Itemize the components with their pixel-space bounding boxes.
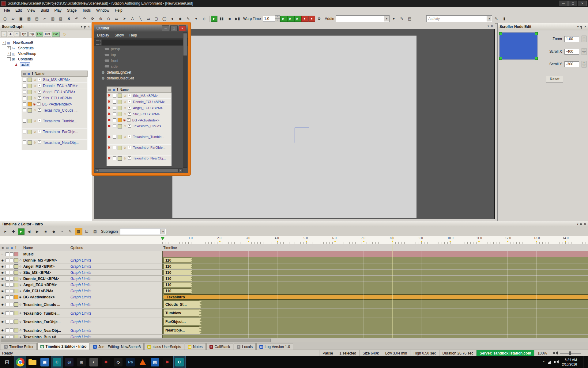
row-checkbox[interactable] <box>10 283 13 287</box>
toolbar-button[interactable]: ◯ <box>160 15 168 22</box>
menu-item[interactable]: Edit <box>13 7 24 13</box>
table-row[interactable]: ☺ + Stix_ECU <BPM> <box>21 95 88 101</box>
chevron-down-icon[interactable]: ▾ <box>577 223 579 226</box>
taskbar-app[interactable]: ▤ <box>149 356 161 368</box>
clock[interactable]: 8:24 AM 2/10/2016 <box>562 358 577 366</box>
row-lock-box[interactable] <box>6 259 9 262</box>
exclaim-icon[interactable]: ! <box>32 71 33 76</box>
scroll-right-icon[interactable]: ▶ <box>179 169 182 172</box>
menu-item[interactable]: Help <box>112 7 125 13</box>
timeline-track[interactable]: Clouds_St... <box>162 300 588 309</box>
toolbar-button[interactable]: A <box>129 15 136 22</box>
exclaim-icon[interactable]: ! <box>15 246 17 250</box>
row-checkbox[interactable] <box>23 140 26 144</box>
delete-x-icon[interactable]: ✖ <box>108 156 111 160</box>
row-color-swatch[interactable] <box>14 264 18 269</box>
row-color-swatch[interactable] <box>14 335 18 338</box>
ruler-keyframe-dot[interactable] <box>219 241 221 242</box>
visibility-eye-icon[interactable]: ◉ <box>1 329 4 332</box>
expand-plus-icon[interactable]: + <box>128 112 131 116</box>
scenegraph-tool-button[interactable]: ✚ <box>8 31 13 37</box>
timeline-row[interactable]: ◉ ☺ Angel_ECU <BPM> Graph Limits 110 <box>0 282 588 288</box>
volume-icon[interactable] <box>554 360 558 364</box>
ruler-keyframe-dot[interactable] <box>565 241 566 242</box>
timeline-clip-block[interactable]: 110 <box>163 270 193 275</box>
row-checkbox[interactable] <box>113 106 116 110</box>
table-row[interactable]: ✖ ☺ + TexasIntro_NearObj... <box>107 155 172 166</box>
expand-plus-icon[interactable]: + <box>128 106 131 109</box>
columns-icon[interactable]: ▦ <box>27 72 30 75</box>
tree-expander[interactable]: - <box>7 57 11 61</box>
window-button[interactable]: — <box>559 1 568 6</box>
speaker-icon[interactable] <box>553 351 557 355</box>
expand-plus-icon[interactable]: + <box>127 118 130 122</box>
timeline-row[interactable]: ◉ ☺ TexasIntro_Bus <A... Graph Limits <box>0 335 588 338</box>
playhead-marker[interactable] <box>160 237 165 242</box>
taskbar-app-icon[interactable] <box>28 358 37 366</box>
time-cursor-line[interactable] <box>393 236 393 338</box>
toolbar-button[interactable]: ⊕ <box>97 15 104 22</box>
row-lock-box[interactable] <box>6 289 9 293</box>
row-name[interactable]: TexasIntro_NearObj... <box>133 156 166 160</box>
scrollbar-thumb[interactable] <box>1 339 271 342</box>
scenegraph-filter-toggle[interactable]: Prp <box>28 32 35 37</box>
ruler-keyframe-dot[interactable] <box>248 241 249 242</box>
table-icon[interactable]: ▤ <box>23 72 26 75</box>
playback-button[interactable]: ▶ <box>287 16 294 22</box>
row-color-swatch[interactable] <box>14 270 18 275</box>
visibility-eye-icon[interactable]: ◉ <box>1 296 4 299</box>
taskbar-app-icon[interactable]: C <box>53 358 61 366</box>
timeline-tool-button[interactable]: ◆ <box>50 228 58 235</box>
row-name[interactable]: BG <ActiveIndex> <box>23 295 55 299</box>
timeline-clip-block[interactable]: 110 <box>163 276 193 281</box>
row-color-swatch[interactable] <box>118 124 122 128</box>
table-row[interactable]: ☺ + Angel_ECU <BPM> <box>21 89 88 95</box>
visibility-eye-icon[interactable]: ◉ <box>1 320 4 323</box>
timeline-clip-block[interactable]: TexasIntro <box>163 294 588 300</box>
row-name[interactable]: TexasIntro_FarObje... <box>23 320 61 324</box>
scroller-preview[interactable] <box>499 33 537 59</box>
timeline-tool-button[interactable]: ✚ <box>9 228 17 235</box>
expand-plus-icon[interactable]: + <box>128 146 131 149</box>
row-color-swatch[interactable] <box>118 146 122 150</box>
graph-limits-link[interactable]: Graph Limits <box>70 258 91 263</box>
toolbar-button[interactable]: ↷ <box>81 15 89 22</box>
outliner-menu-item[interactable]: Show <box>112 33 126 37</box>
outliner-search-input[interactable] <box>102 40 187 45</box>
row-checkbox[interactable] <box>23 108 26 112</box>
expand-plus-icon[interactable]: + <box>38 84 41 87</box>
visibility-eye-icon[interactable]: ◉ <box>1 271 4 274</box>
timeline-row[interactable]: ◉ ☺ TexasIntro_Clouds ... Graph Limits C… <box>0 300 588 309</box>
ruler-keyframe-dot[interactable] <box>450 241 451 242</box>
delete-x-icon[interactable]: ✖ <box>108 106 111 110</box>
row-checkbox[interactable] <box>113 100 116 104</box>
row-color-swatch[interactable] <box>28 140 32 145</box>
visibility-eye-icon[interactable]: ◉ <box>1 335 4 338</box>
toolbar-button[interactable]: ● <box>168 15 176 22</box>
tree-expander[interactable]: + <box>7 46 11 50</box>
row-checkbox[interactable] <box>23 102 26 106</box>
row-checkbox[interactable] <box>10 311 13 315</box>
ruler-keyframe-dot[interactable] <box>478 241 480 242</box>
row-name[interactable]: TexasIntro_Tumble... <box>133 135 164 139</box>
toolbar-button[interactable]: ◇ <box>200 15 208 22</box>
timeline-tool-button[interactable]: ▤ <box>91 228 99 235</box>
tree-node-label[interactable]: Contents <box>17 57 34 62</box>
row-lock-box[interactable] <box>6 311 9 315</box>
bottom-tab[interactable]: ◍ Timeline 2 Editor - Intro <box>37 343 90 350</box>
row-checkbox[interactable] <box>113 118 116 122</box>
expand-plus-icon[interactable]: + <box>38 78 41 81</box>
menu-item[interactable]: Window <box>93 7 112 13</box>
table-row[interactable]: ☺ + TexasIntro_NearObj... <box>21 140 88 150</box>
timeline-tool-button[interactable]: ➤ <box>1 228 9 235</box>
toolbar-button[interactable]: ➤ <box>121 15 128 22</box>
toolbar-button[interactable]: ✂ <box>41 15 49 22</box>
bottom-tab[interactable]: ◷ Timeline Editor <box>1 343 37 350</box>
expand-plus-icon[interactable]: + <box>38 108 41 112</box>
taskbar-app-icon[interactable]: ▤ <box>151 358 159 366</box>
taskbar-app[interactable]: ▣ <box>39 356 51 368</box>
scenegraph-filter-toggle[interactable]: Hint <box>44 32 51 37</box>
row-color-swatch[interactable] <box>14 252 18 256</box>
taskbar-app-icon[interactable]: ◐ <box>89 358 98 366</box>
row-color-swatch[interactable] <box>118 112 122 116</box>
